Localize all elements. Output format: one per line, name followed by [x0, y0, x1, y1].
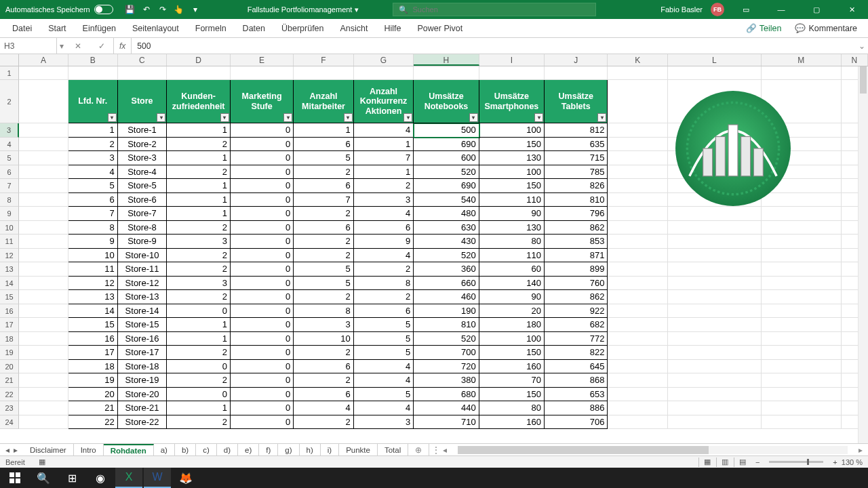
row-header-24[interactable]: 24: [0, 415, 19, 430]
page-layout-view-icon[interactable]: ▥: [716, 458, 734, 467]
cell[interactable]: 22: [68, 415, 118, 430]
cell[interactable]: 9: [68, 235, 118, 249]
cell[interactable]: 886: [545, 401, 608, 415]
cell[interactable]: 0: [167, 360, 230, 374]
cell[interactable]: 0: [231, 235, 294, 249]
cell[interactable]: 440: [414, 401, 479, 415]
cell[interactable]: 2: [167, 249, 230, 263]
cell[interactable]: 160: [479, 415, 545, 430]
cell[interactable]: 4: [354, 123, 414, 138]
cell[interactable]: 660: [414, 277, 479, 291]
row-header-2[interactable]: 2: [0, 80, 19, 123]
table-header[interactable]: Store▾: [118, 80, 167, 123]
ribbon-tab-power pivot[interactable]: Power Pivot: [410, 19, 471, 37]
column-header-B[interactable]: B: [68, 54, 118, 66]
cell[interactable]: 5: [294, 151, 354, 165]
horizontal-scrollbar[interactable]: [458, 446, 848, 454]
filter-dropdown-icon[interactable]: ▾: [597, 113, 606, 122]
cell[interactable]: 6: [294, 138, 354, 152]
cell[interactable]: 772: [545, 332, 608, 346]
cell[interactable]: 140: [479, 277, 545, 291]
ribbon-tab-datei[interactable]: Datei: [4, 19, 40, 37]
sheet-tab-g[interactable]: g): [278, 444, 299, 455]
cell[interactable]: 2: [294, 373, 354, 388]
table-header[interactable]: Anzahl Mitarbeiter▾: [294, 80, 354, 123]
cell[interactable]: 2: [167, 221, 230, 235]
cell[interactable]: 430: [414, 235, 479, 249]
cell[interactable]: Store-18: [118, 360, 167, 374]
close-button[interactable]: ✕: [838, 0, 865, 19]
cell[interactable]: 0: [231, 151, 294, 165]
cell[interactable]: 2: [167, 138, 230, 152]
cell[interactable]: 8: [68, 221, 118, 235]
cell[interactable]: 1: [294, 123, 354, 138]
cell[interactable]: Store-12: [118, 277, 167, 291]
cell[interactable]: 520: [414, 332, 479, 346]
cell[interactable]: 5: [354, 346, 414, 360]
cell[interactable]: 690: [414, 179, 479, 193]
vertical-scrollbar[interactable]: [858, 66, 868, 443]
filter-dropdown-icon[interactable]: ▾: [534, 113, 543, 122]
cell[interactable]: Store-9: [118, 235, 167, 249]
cell[interactable]: Store-1: [118, 123, 167, 138]
cell[interactable]: 1: [68, 123, 118, 138]
search-taskbar-icon[interactable]: 🔍: [30, 468, 57, 488]
cell[interactable]: 706: [545, 415, 608, 430]
cell[interactable]: 4: [354, 249, 414, 263]
row-header-5[interactable]: 5: [0, 151, 19, 165]
cell[interactable]: 5: [68, 179, 118, 193]
ribbon-tab-überprüfen[interactable]: Überprüfen: [273, 19, 332, 37]
column-header-L[interactable]: L: [668, 54, 762, 66]
cell[interactable]: 150: [479, 388, 545, 402]
cell[interactable]: Store-8: [118, 221, 167, 235]
cell[interactable]: 110: [479, 193, 545, 207]
cell[interactable]: 2: [167, 262, 230, 277]
row-header-12[interactable]: 12: [0, 249, 19, 263]
cell[interactable]: 3: [354, 193, 414, 207]
cell[interactable]: 60: [479, 262, 545, 277]
cell[interactable]: 682: [545, 318, 608, 332]
cell[interactable]: 20: [479, 304, 545, 319]
cell[interactable]: 540: [414, 193, 479, 207]
cell[interactable]: Store-22: [118, 415, 167, 430]
row-header-16[interactable]: 16: [0, 304, 19, 319]
row-header-10[interactable]: 10: [0, 221, 19, 235]
cell[interactable]: Store-15: [118, 318, 167, 332]
autosave-toggle[interactable]: Automatisches Speichern: [0, 5, 119, 14]
cell[interactable]: 7: [68, 207, 118, 221]
cell[interactable]: 2: [294, 290, 354, 304]
cell[interactable]: Store-3: [118, 151, 167, 165]
cell[interactable]: 862: [545, 221, 608, 235]
zoom-out-icon[interactable]: −: [751, 458, 764, 466]
row-header-11[interactable]: 11: [0, 235, 19, 249]
search-input[interactable]: [412, 5, 590, 14]
cell[interactable]: Store-19: [118, 373, 167, 388]
row-header-22[interactable]: 22: [0, 388, 19, 402]
sheet-tab-b[interactable]: b): [175, 444, 196, 455]
cell[interactable]: Store-13: [118, 290, 167, 304]
column-header-J[interactable]: J: [545, 54, 608, 66]
cell[interactable]: 6: [354, 221, 414, 235]
table-header[interactable]: Kunden-zufriedenheit▾: [167, 80, 230, 123]
cell[interactable]: 760: [545, 277, 608, 291]
cell[interactable]: 3: [354, 415, 414, 430]
ribbon-tab-einfügen[interactable]: Einfügen: [75, 19, 124, 37]
cell[interactable]: 7: [294, 193, 354, 207]
sheet-nav-prev-icon[interactable]: ◂: [5, 445, 9, 455]
cell[interactable]: 5: [354, 388, 414, 402]
embedded-logo[interactable]: [675, 91, 791, 206]
document-title[interactable]: Fallstudie Portfoliomanagement: [248, 5, 353, 14]
toggle-icon[interactable]: [94, 5, 113, 14]
cell[interactable]: 5: [294, 262, 354, 277]
cell[interactable]: Store-6: [118, 193, 167, 207]
column-header-N[interactable]: N: [842, 54, 868, 66]
cell[interactable]: 6: [294, 221, 354, 235]
cell[interactable]: 90: [479, 207, 545, 221]
cell[interactable]: 10: [294, 332, 354, 346]
ribbon-tab-formeln[interactable]: Formeln: [187, 19, 235, 37]
sheet-tab-total[interactable]: Total: [378, 444, 408, 455]
cell[interactable]: 1: [167, 332, 230, 346]
cell[interactable]: 2: [294, 249, 354, 263]
cell[interactable]: 2: [167, 290, 230, 304]
cell[interactable]: 18: [68, 360, 118, 374]
